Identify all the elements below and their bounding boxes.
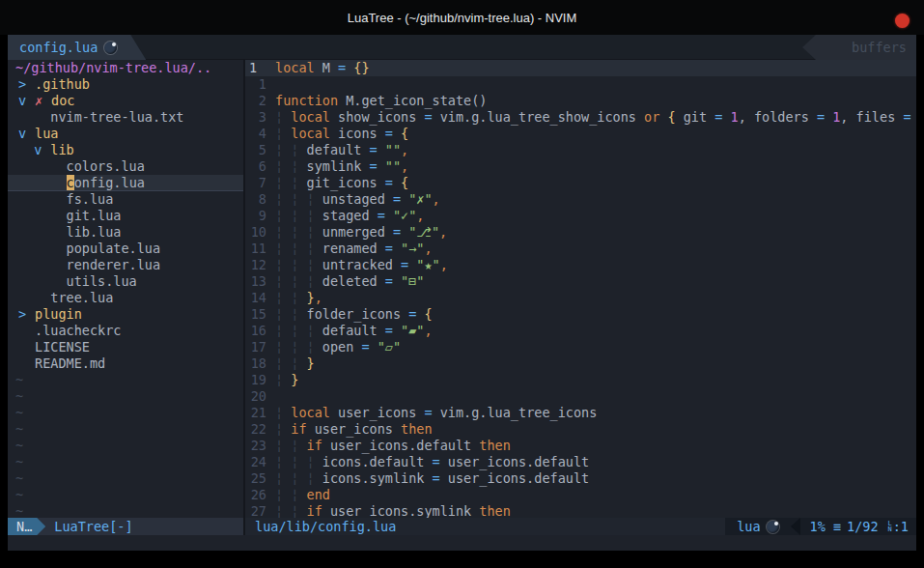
- code-line[interactable]: 19¦ }: [245, 372, 916, 388]
- line-number: 15: [245, 306, 266, 323]
- tabline: config.lua buffers: [8, 35, 916, 60]
- code-line[interactable]: 2function M.get_icon_state(): [245, 93, 916, 109]
- code-line[interactable]: 1: [245, 76, 916, 93]
- code-line[interactable]: 10¦ ¦ ¦ unmerged = "⎇",: [245, 224, 916, 241]
- tree-item-.github[interactable]: >.github: [8, 76, 243, 93]
- tilde-marker: ~: [8, 388, 243, 405]
- tree-item-populate.lua[interactable]: populate.lua: [8, 241, 243, 257]
- window-title: LuaTree - (~/github/nvim-tree.lua) - NVI…: [0, 11, 924, 25]
- code-line[interactable]: 14¦ ¦ },: [245, 290, 916, 306]
- code-text: ¦ ¦ symlink = "",: [275, 158, 916, 175]
- line-number: 22: [245, 421, 266, 438]
- code-text: function M.get_icon_state(): [275, 93, 916, 109]
- code-line[interactable]: 21¦ local user_icons = vim.g.lua_tree_ic…: [245, 405, 916, 421]
- line-number: 17: [245, 339, 266, 355]
- chevron-down-icon[interactable]: v: [34, 142, 50, 158]
- line-number: 23: [245, 438, 266, 454]
- tree-item-doc[interactable]: v✗doc: [8, 93, 243, 109]
- tree-item-lib.lua[interactable]: lib.lua: [8, 224, 243, 241]
- code-line[interactable]: 6¦ ¦ symlink = "",: [245, 158, 916, 175]
- code-text: ¦ ¦ if user_icons.symlink then: [275, 503, 916, 518]
- empty-buffer-lines: ~~~~~~~~~: [8, 372, 243, 518]
- line-number: 21: [245, 405, 266, 421]
- code-window[interactable]: 1local M = {}12function M.get_icon_state…: [245, 60, 916, 518]
- line-number: 13: [245, 273, 266, 290]
- code-text: ¦ ¦ default = "",: [275, 142, 916, 158]
- command-line[interactable]: [8, 535, 916, 551]
- code-line[interactable]: 18¦ ¦ }: [245, 355, 916, 372]
- tree-item-config.lua[interactable]: config.lua: [8, 175, 243, 191]
- tree-item-label: lib: [50, 142, 73, 158]
- line-number: 2: [245, 93, 266, 109]
- buffers-tab[interactable]: buffers: [802, 35, 916, 60]
- code-line[interactable]: 20: [245, 388, 916, 405]
- code-line[interactable]: 3¦ local show_icons = vim.g.lua_tree_sho…: [245, 109, 916, 126]
- tab-config-lua[interactable]: config.lua: [8, 35, 146, 60]
- code-line[interactable]: 22¦ if user_icons then: [245, 421, 916, 438]
- close-button[interactable]: [895, 14, 910, 28]
- tree-item-LICENSE[interactable]: LICENSE: [8, 339, 243, 355]
- tree-item-label: .github: [35, 76, 90, 93]
- code-line[interactable]: 23¦ ¦ if user_icons.default then: [245, 438, 916, 454]
- code-text: ¦ ¦ ¦ deleted = "⊟": [275, 273, 916, 290]
- code-line[interactable]: 13¦ ¦ ¦ deleted = "⊟": [245, 273, 916, 290]
- code-line[interactable]: 9¦ ¦ ¦ staged = "✓",: [245, 208, 916, 224]
- tree-item-lua[interactable]: vlua: [8, 126, 243, 142]
- code-text: ¦ ¦ ¦ unstaged = "✗",: [275, 191, 916, 208]
- statusline-file-segment: lua/lib/config.lua lua 1% ≡ 1/92 :1: [245, 518, 916, 535]
- code-line[interactable]: 25¦ ¦ ¦ icons.symlink = user_icons.defau…: [245, 470, 916, 487]
- code-line[interactable]: 1local M = {}: [245, 60, 916, 76]
- lua-icon: [767, 521, 779, 533]
- code-line[interactable]: 15¦ ¦ folder_icons = {: [245, 306, 916, 323]
- code-text: [275, 76, 916, 93]
- tree-item-plugin[interactable]: >plugin: [8, 306, 243, 323]
- code-text: ¦ ¦ ¦ renamed = "→",: [275, 241, 916, 257]
- tree-item-git.lua[interactable]: git.lua: [8, 208, 243, 224]
- tree-item-.luacheckrc[interactable]: .luacheckrc: [8, 323, 243, 339]
- mode-indicator: N…: [8, 518, 45, 535]
- lines-icon: ≡: [833, 519, 841, 534]
- line-number: 12: [245, 257, 266, 273]
- tree-item-nvim-tree-lua.txt[interactable]: nvim-tree-lua.txt: [8, 109, 243, 126]
- scroll-percent: 1%: [810, 519, 826, 534]
- tree-item-utils.lua[interactable]: utils.lua: [8, 273, 243, 290]
- line-number: 3: [245, 109, 266, 126]
- line-number: 1: [245, 76, 266, 93]
- code-line[interactable]: 4¦ local icons = {: [245, 126, 916, 142]
- tree-item-label: LICENSE: [35, 339, 90, 355]
- code-line[interactable]: 24¦ ¦ ¦ icons.default = user_icons.defau…: [245, 454, 916, 470]
- code-line[interactable]: 11¦ ¦ ¦ renamed = "→",: [245, 241, 916, 257]
- tree-item-README.md[interactable]: README.md: [8, 355, 243, 372]
- tilde-marker: ~: [8, 487, 243, 503]
- code-line[interactable]: 17¦ ¦ ¦ open = "▱": [245, 339, 916, 355]
- code-text: ¦ ¦ ¦ staged = "✓",: [275, 208, 916, 224]
- code-line[interactable]: 26¦ ¦ end: [245, 487, 916, 503]
- tree-item-fs.lua[interactable]: fs.lua: [8, 191, 243, 208]
- code-line[interactable]: 27¦ ¦ if user_icons.symlink then: [245, 503, 916, 518]
- git-dirty-icon: ✗: [35, 93, 51, 109]
- tree-item-colors.lua[interactable]: colors.lua: [8, 158, 243, 175]
- filetype-label: lua: [737, 519, 760, 534]
- tilde-marker: ~: [8, 438, 243, 454]
- line-number: 6: [245, 158, 266, 175]
- line-number: 20: [245, 388, 266, 405]
- tree-item-label: lib.lua: [67, 224, 122, 241]
- chevron-right-icon[interactable]: >: [18, 306, 35, 323]
- chevron-down-icon[interactable]: v: [18, 126, 35, 142]
- tree-item-renderer.lua[interactable]: renderer.lua: [8, 257, 243, 273]
- tree-item-lib[interactable]: vlib: [8, 142, 243, 158]
- line-number: 26: [245, 487, 266, 503]
- file-tree-window[interactable]: ~/github/nvim-tree.lua/.. >.githubv✗docn…: [8, 60, 243, 518]
- nvim-window: LuaTree - (~/github/nvim-tree.lua) - NVI…: [0, 0, 924, 568]
- tree-item-tree.lua[interactable]: tree.lua: [8, 290, 243, 306]
- code-line[interactable]: 5¦ ¦ default = "",: [245, 142, 916, 158]
- code-line[interactable]: 7¦ ¦ git_icons = {: [245, 175, 916, 191]
- code-line[interactable]: 16¦ ¦ ¦ default = "▰",: [245, 323, 916, 339]
- code-line[interactable]: 8¦ ¦ ¦ unstaged = "✗",: [245, 191, 916, 208]
- code-text: ¦ if user_icons then: [275, 421, 916, 438]
- line-number: 19: [245, 372, 266, 388]
- code-line[interactable]: 12¦ ¦ ¦ untracked = "★",: [245, 257, 916, 273]
- chevron-down-icon[interactable]: v: [18, 93, 35, 109]
- chevron-right-icon[interactable]: >: [18, 76, 35, 93]
- mode-label: N…: [16, 519, 32, 534]
